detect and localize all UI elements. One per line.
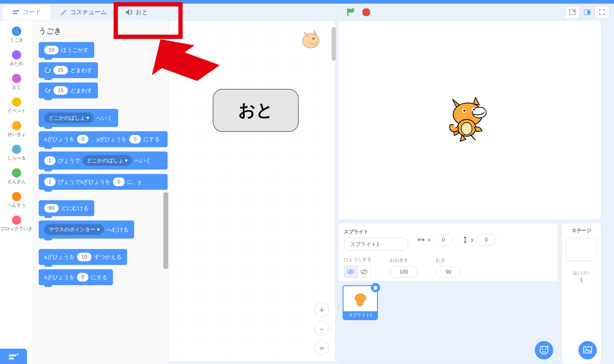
svg-point-15 — [473, 109, 475, 110]
sprite-x-input[interactable]: 0 — [434, 234, 453, 246]
svg-point-23 — [357, 300, 363, 306]
svg-point-8 — [303, 34, 319, 48]
sprite-label: スプライト — [344, 229, 408, 235]
tab-label: コード — [23, 8, 41, 16]
tab-code[interactable]: コード — [3, 5, 50, 20]
zoom-reset-button[interactable]: ＝ — [314, 340, 329, 355]
category-looks[interactable]: みため — [0, 47, 33, 71]
block-goto-xy[interactable]: xざひょうを0、yざひょうを0にする — [39, 131, 168, 147]
svg-point-13 — [463, 110, 465, 112]
sprite-name-input[interactable] — [344, 238, 408, 251]
svg-text:+: + — [547, 345, 549, 349]
svg-text:+: + — [16, 352, 19, 357]
sprite-direction-input[interactable]: 90 — [436, 266, 461, 278]
svg-point-25 — [542, 349, 543, 350]
svg-point-26 — [545, 349, 546, 350]
block-turn-left[interactable]: 15どまわす — [39, 82, 98, 98]
zoom-out-button[interactable]: － — [314, 321, 329, 336]
svg-text:+: + — [590, 346, 592, 350]
sprite-info-panel: スプライト x 0 y 0 ひょ — [338, 223, 558, 364]
annotation-callout: おと — [213, 89, 299, 132]
tab-label: コスチューム — [70, 8, 107, 16]
category-operators[interactable]: えんざん — [0, 165, 33, 189]
svg-rect-31 — [9, 354, 16, 356]
svg-rect-1 — [13, 13, 17, 14]
category-events[interactable]: イベント — [0, 94, 33, 118]
sprite-y-input[interactable]: 0 — [476, 234, 496, 246]
block-goto[interactable]: どこかのばしょ ▾へいく — [39, 109, 118, 127]
extension-button[interactable]: + — [0, 349, 27, 364]
code-workspace[interactable]: ＋ － ＝ — [168, 21, 336, 362]
svg-point-17 — [461, 123, 472, 135]
y-arrow-icon — [462, 236, 468, 243]
workspace-background — [169, 21, 335, 361]
palette-scrollbar[interactable] — [163, 192, 168, 269]
svg-point-9 — [313, 37, 315, 40]
palette-category-title: うごき — [39, 26, 163, 36]
category-sensing[interactable]: しらべる — [0, 142, 33, 165]
block-glide-to[interactable]: 1びょうでどこかのばしょ ▾へいく — [39, 151, 168, 170]
block-turn-right[interactable]: 15どまわす — [39, 62, 98, 78]
block-set-x[interactable]: xざひょうを0にする — [39, 269, 113, 285]
sprite-on-stage[interactable] — [447, 97, 493, 143]
category-control[interactable]: せいぎょ — [0, 118, 33, 142]
block-move-steps[interactable]: 10ほうごかす — [39, 42, 94, 58]
block-point-towards[interactable]: マウスのポインター ▾へむける — [39, 220, 134, 239]
category-variables[interactable]: へんすう — [0, 189, 33, 213]
svg-rect-32 — [9, 358, 14, 359]
add-backdrop-button[interactable]: + — [578, 341, 597, 359]
block-point-direction[interactable]: 90どにむける — [39, 200, 94, 216]
workspace-scrollbar[interactable] — [332, 27, 336, 61]
view-small-stage[interactable] — [565, 6, 580, 18]
view-fullscreen[interactable] — [595, 6, 609, 18]
svg-rect-0 — [13, 10, 19, 12]
sprite-thumbnail[interactable]: スプライト1 — [343, 285, 378, 320]
tab-costumes[interactable]: コスチューム — [50, 5, 116, 20]
category-motion[interactable]: うごき — [0, 24, 33, 47]
delete-sprite-button[interactable] — [371, 283, 380, 292]
tab-label: おと — [136, 8, 148, 16]
block-glide-xy[interactable]: 1びょうでxざひょうを0に、y — [39, 174, 168, 190]
hide-sprite-button[interactable] — [357, 266, 371, 278]
block-category-list: うごき みため おと イベント せいぎょ しらべる えんざん へんすう ブロック… — [0, 21, 33, 364]
stage[interactable] — [338, 21, 601, 220]
workspace-sprite-watermark — [298, 27, 326, 55]
block-palette: うごき 10ほうごかす 15どまわす 15どまわす どこかのばしょ ▾へいく x… — [33, 21, 168, 364]
stage-info-panel: ステージ はいけい 1 + — [562, 223, 601, 364]
svg-point-19 — [350, 271, 352, 273]
svg-rect-7 — [587, 10, 590, 14]
view-large-stage[interactable] — [580, 6, 595, 18]
block-change-x[interactable]: xざひょうを10ずつかえる — [39, 249, 127, 265]
category-sound[interactable]: おと — [0, 71, 33, 94]
stage-thumbnail[interactable] — [566, 238, 597, 261]
sprite-size-input[interactable]: 100 — [390, 266, 418, 278]
x-arrow-icon — [418, 237, 425, 243]
svg-rect-5 — [573, 10, 575, 12]
tab-sounds[interactable]: おと — [116, 5, 157, 20]
zoom-in-button[interactable]: ＋ — [314, 302, 329, 317]
green-flag-button[interactable] — [346, 8, 356, 17]
add-sprite-button[interactable]: + — [535, 341, 553, 359]
svg-marker-3 — [363, 8, 370, 16]
category-myblocks[interactable]: ブロックていぎ — [0, 213, 33, 236]
show-sprite-button[interactable] — [344, 266, 357, 278]
stop-button[interactable] — [362, 8, 371, 17]
